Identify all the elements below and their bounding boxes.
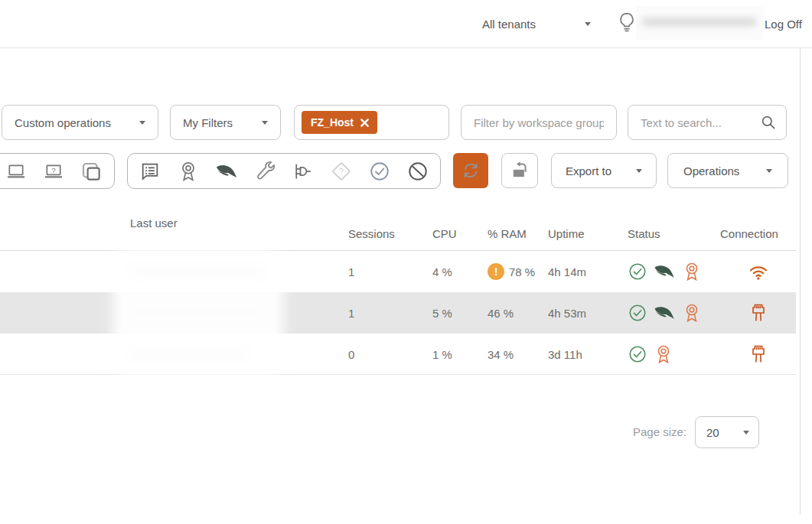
wrench-icon[interactable] — [253, 160, 276, 183]
chevron-down-icon — [636, 169, 642, 173]
column-header-status[interactable]: Status — [628, 227, 720, 240]
check-circle-icon — [628, 303, 647, 323]
restore-window-button[interactable] — [501, 153, 538, 188]
column-header-connection[interactable]: Connection — [720, 227, 796, 240]
page-size-select[interactable]: 20 — [695, 416, 759, 448]
refresh-button[interactable] — [453, 153, 488, 188]
column-header-ram[interactable]: % RAM — [488, 227, 548, 240]
page-size-label: Page size: — [536, 417, 686, 448]
custom-operations-dropdown[interactable]: Custom operations — [2, 105, 158, 140]
ribbon-award-icon[interactable] — [177, 160, 200, 183]
export-to-label: Export to — [566, 164, 611, 177]
ram-value: 34 % — [488, 348, 514, 361]
workspace-group-filter-input[interactable] — [461, 105, 617, 140]
search-box — [628, 105, 787, 140]
power-plug-icon[interactable] — [292, 160, 315, 183]
user-email-redacted — [636, 6, 763, 40]
copy-icon[interactable] — [80, 160, 103, 183]
wifi-icon — [747, 262, 770, 282]
cpu-value: 4 % — [432, 265, 488, 278]
chevron-down-icon — [743, 431, 749, 434]
ethernet-icon — [750, 302, 767, 324]
active-filters-box[interactable]: FZ_Host — [294, 105, 449, 140]
magnifier-icon[interactable] — [760, 114, 777, 131]
check-circle-icon[interactable] — [368, 160, 391, 183]
refresh-icon — [461, 161, 481, 181]
ram-warning-icon: ! — [488, 263, 504, 280]
falcon-icon[interactable] — [215, 160, 238, 183]
ram-value: 46 % — [488, 307, 514, 320]
column-header-last-user[interactable]: Last user — [130, 216, 348, 250]
operations-label: Operations — [683, 164, 739, 177]
last-user-redacted — [130, 334, 348, 375]
column-header-cpu[interactable]: CPU — [432, 227, 488, 240]
table-row[interactable]: 0 1 % 34 % 3d 11h — [0, 334, 796, 375]
ban-circle-icon[interactable] — [406, 160, 429, 183]
check-circle-icon — [628, 262, 647, 282]
falcon-icon — [653, 262, 676, 281]
column-header-sessions[interactable]: Sessions — [348, 227, 432, 240]
vertical-scrollbar[interactable] — [800, 48, 801, 514]
tenant-selector[interactable]: All tenants — [482, 0, 591, 47]
log-off-button[interactable]: Log Off — [765, 0, 802, 47]
uptime-value: 3d 11h — [548, 348, 628, 361]
diamond-question-icon[interactable]: ? — [330, 160, 353, 183]
custom-operations-label: Custom operations — [15, 116, 111, 129]
table-row[interactable]: 1 4 % ! 78 % 4h 14m — [0, 251, 796, 292]
cpu-value: 1 % — [432, 348, 488, 361]
computer-unknown-icon[interactable]: ? — [42, 160, 65, 183]
falcon-icon — [653, 304, 676, 322]
lightbulb-icon[interactable] — [615, 11, 638, 38]
column-header-uptime[interactable]: Uptime — [548, 227, 628, 240]
close-icon[interactable] — [360, 119, 369, 127]
filter-chip[interactable]: FZ_Host — [302, 111, 377, 134]
restore-window-icon — [509, 160, 530, 181]
page-size-value: 20 — [706, 426, 719, 439]
uptime-value: 4h 53m — [548, 307, 628, 320]
chevron-down-icon — [766, 169, 772, 173]
event-log-icon[interactable] — [139, 160, 161, 183]
check-circle-icon — [628, 344, 647, 364]
actions-toolbar-group: ? — [127, 153, 441, 189]
sessions-value: 1 — [348, 265, 432, 278]
table-bottom-border — [0, 374, 796, 375]
operations-dropdown[interactable]: Operations — [667, 153, 788, 188]
table-header: Last user Sessions CPU % RAM Uptime Stat… — [0, 216, 796, 251]
chevron-down-icon — [585, 22, 591, 26]
svg-text:?: ? — [339, 166, 344, 175]
uptime-value: 4h 14m — [548, 265, 628, 278]
ribbon-award-icon — [681, 261, 703, 282]
export-to-dropdown[interactable]: Export to — [551, 153, 657, 188]
my-filters-label: My Filters — [183, 116, 233, 129]
chevron-down-icon — [139, 121, 145, 125]
last-user-redacted — [130, 251, 348, 292]
chevron-down-icon — [262, 121, 268, 125]
ram-value: 78 % — [509, 265, 535, 278]
cpu-value: 5 % — [432, 307, 488, 320]
ribbon-award-icon — [653, 343, 674, 365]
tenant-selector-label: All tenants — [482, 18, 536, 31]
filter-chip-label: FZ_Host — [311, 116, 354, 129]
sessions-value: 1 — [348, 307, 432, 320]
last-user-redacted — [130, 292, 348, 334]
ethernet-icon — [750, 343, 767, 365]
view-toolbar-group: ? — [0, 153, 115, 189]
my-filters-dropdown[interactable]: My Filters — [170, 105, 281, 140]
computer-icon[interactable] — [5, 160, 28, 183]
svg-text:?: ? — [51, 166, 56, 174]
table-row[interactable]: 1 5 % 46 % 4h 53m — [0, 292, 796, 334]
ribbon-award-icon — [681, 302, 703, 324]
sessions-value: 0 — [348, 348, 432, 361]
top-bar: All tenants Log Off — [0, 0, 812, 48]
console-page: All tenants Log Off Custom operations My… — [0, 0, 812, 524]
